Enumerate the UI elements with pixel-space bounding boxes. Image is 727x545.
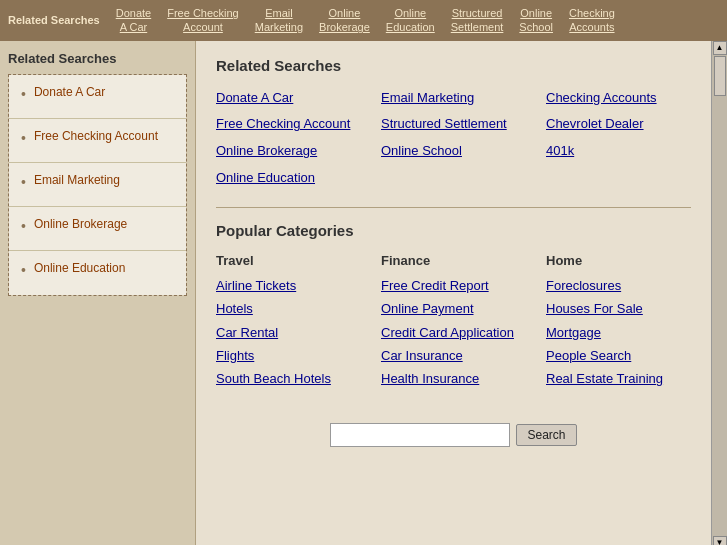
nav-link-donate-a-car[interactable]: DonateA Car	[108, 4, 159, 37]
sidebar-link-email-marketing[interactable]: Email Marketing	[34, 173, 120, 189]
bullet-icon: •	[21, 130, 26, 146]
search-input[interactable]	[330, 423, 510, 447]
nav-link-online-brokerage[interactable]: OnlineBrokerage	[311, 4, 378, 37]
nav-link-email-marketing[interactable]: EmailMarketing	[247, 4, 311, 37]
related-searches-grid: Donate A Car Email Marketing Checking Ac…	[216, 88, 691, 189]
rs-link-401k[interactable]: 401k	[546, 141, 691, 162]
cat-car-rental[interactable]: Car Rental	[216, 321, 361, 344]
scrollbar: ▲ ▼	[711, 41, 727, 545]
cat-real-estate-training[interactable]: Real Estate Training	[546, 367, 691, 390]
rs-link-donate-a-car[interactable]: Donate A Car	[216, 88, 361, 109]
popular-categories-title: Popular Categories	[216, 222, 691, 239]
cat-online-payment[interactable]: Online Payment	[381, 297, 526, 320]
rs-link-free-checking[interactable]: Free Checking Account	[216, 114, 361, 135]
categories-grid: Travel Airline Tickets Hotels Car Rental…	[216, 253, 691, 391]
bullet-icon: •	[21, 174, 26, 190]
top-nav: Related Searches DonateA Car Free Checki…	[0, 0, 727, 41]
rs-link-checking-accounts[interactable]: Checking Accounts	[546, 88, 691, 109]
sidebar-list: • Donate A Car • Free Checking Account •…	[8, 74, 187, 296]
top-nav-label: Related Searches	[8, 14, 100, 26]
cat-flights[interactable]: Flights	[216, 344, 361, 367]
nav-link-online-school[interactable]: OnlineSchool	[511, 4, 561, 37]
scroll-thumb[interactable]	[714, 56, 726, 96]
sidebar-item-free-checking[interactable]: • Free Checking Account	[9, 119, 186, 163]
cat-foreclosures[interactable]: Foreclosures	[546, 274, 691, 297]
category-travel-heading: Travel	[216, 253, 361, 268]
sidebar-link-donate-a-car[interactable]: Donate A Car	[34, 85, 105, 101]
nav-link-online-education[interactable]: OnlineEducation	[378, 4, 443, 37]
bullet-icon: •	[21, 262, 26, 278]
cat-hotels[interactable]: Hotels	[216, 297, 361, 320]
sidebar-item-donate-a-car[interactable]: • Donate A Car	[9, 75, 186, 119]
rs-empty-2	[546, 168, 691, 189]
cat-south-beach-hotels[interactable]: South Beach Hotels	[216, 367, 361, 390]
main-content: Related Searches Donate A Car Email Mark…	[196, 41, 711, 545]
rs-link-online-education[interactable]: Online Education	[216, 168, 361, 189]
sidebar-link-free-checking[interactable]: Free Checking Account	[34, 129, 158, 145]
scroll-down-arrow[interactable]: ▼	[713, 536, 727, 545]
nav-link-free-checking[interactable]: Free CheckingAccount	[159, 4, 247, 37]
nav-link-structured-settlement[interactable]: StructuredSettlement	[443, 4, 512, 37]
cat-mortgage[interactable]: Mortgage	[546, 321, 691, 344]
category-travel: Travel Airline Tickets Hotels Car Rental…	[216, 253, 361, 391]
bullet-icon: •	[21, 218, 26, 234]
cat-people-search[interactable]: People Search	[546, 344, 691, 367]
sidebar: Related Searches • Donate A Car • Free C…	[0, 41, 196, 545]
rs-empty-1	[381, 168, 526, 189]
rs-link-structured-settlement[interactable]: Structured Settlement	[381, 114, 526, 135]
rs-link-online-school[interactable]: Online School	[381, 141, 526, 162]
bullet-icon: •	[21, 86, 26, 102]
category-home: Home Foreclosures Houses For Sale Mortga…	[546, 253, 691, 391]
category-home-heading: Home	[546, 253, 691, 268]
cat-health-insurance[interactable]: Health Insurance	[381, 367, 526, 390]
related-searches-title: Related Searches	[216, 57, 691, 74]
search-bar: Search	[216, 415, 691, 455]
scroll-track	[713, 55, 727, 536]
cat-credit-card-application[interactable]: Credit Card Application	[381, 321, 526, 344]
category-finance-heading: Finance	[381, 253, 526, 268]
scroll-up-arrow[interactable]: ▲	[713, 41, 727, 55]
sidebar-item-online-education[interactable]: • Online Education	[9, 251, 186, 295]
sidebar-title: Related Searches	[8, 51, 187, 66]
category-finance: Finance Free Credit Report Online Paymen…	[381, 253, 526, 391]
rs-link-online-brokerage[interactable]: Online Brokerage	[216, 141, 361, 162]
search-button[interactable]: Search	[516, 424, 576, 446]
nav-link-checking-accounts[interactable]: CheckingAccounts	[561, 4, 623, 37]
rs-link-chevrolet-dealer[interactable]: Chevrolet Dealer	[546, 114, 691, 135]
cat-car-insurance[interactable]: Car Insurance	[381, 344, 526, 367]
sidebar-link-online-education[interactable]: Online Education	[34, 261, 125, 277]
cat-free-credit-report[interactable]: Free Credit Report	[381, 274, 526, 297]
sidebar-item-email-marketing[interactable]: • Email Marketing	[9, 163, 186, 207]
sidebar-link-online-brokerage[interactable]: Online Brokerage	[34, 217, 127, 233]
cat-houses-for-sale[interactable]: Houses For Sale	[546, 297, 691, 320]
rs-link-email-marketing[interactable]: Email Marketing	[381, 88, 526, 109]
sidebar-item-online-brokerage[interactable]: • Online Brokerage	[9, 207, 186, 251]
cat-airline-tickets[interactable]: Airline Tickets	[216, 274, 361, 297]
section-divider	[216, 207, 691, 208]
